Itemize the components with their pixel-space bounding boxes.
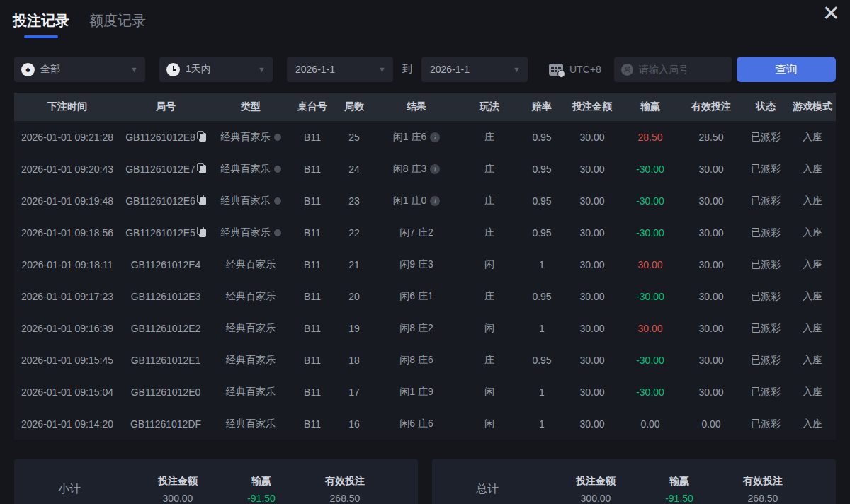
copy-icon[interactable] [199, 165, 206, 173]
cell-time: 2026-01-01 09:19:48 [14, 195, 120, 207]
timezone-label: UTC+8 [570, 64, 601, 75]
cell-table_no: B11 [290, 323, 334, 334]
game-type-dropdown[interactable]: ♠ 全部 ▼ [14, 57, 145, 82]
date-to-dropdown[interactable]: 2026-1-1 ▼ [421, 57, 528, 82]
date-from-dropdown[interactable]: 2026-1-1 ▼ [287, 57, 393, 82]
cell-odds: 0.95 [520, 291, 564, 302]
cell-time: 2026-01-01 09:20:43 [14, 164, 120, 175]
cell-mode: 入座 [789, 290, 836, 303]
top-tabs: 投注记录 额度记录 [0, 0, 850, 38]
cell-odds: 0.95 [520, 132, 564, 143]
cell-round_no: 23 [334, 195, 374, 207]
cell-valid_bet: 30.00 [680, 227, 742, 239]
cell-mode: 入座 [789, 163, 836, 176]
status-dot-icon [274, 134, 281, 141]
cell-round_no: 16 [334, 418, 374, 430]
cell-type: 经典百家乐 [211, 195, 290, 207]
round-number-input[interactable] [639, 64, 725, 75]
table-header-row: 下注时间局号类型桌台号局数结果玩法赔率投注金额输赢有效投注状态游戏模式 [14, 93, 836, 121]
chevron-down-icon: ▼ [378, 65, 386, 74]
cell-type: 经典百家乐 [211, 131, 290, 144]
total-winloss: 输赢 -91.50 [638, 475, 721, 504]
cell-valid_bet: 30.00 [680, 195, 742, 207]
status-dot-icon [274, 197, 281, 205]
copy-icon[interactable] [199, 197, 206, 205]
close-icon[interactable]: ✕ [822, 3, 840, 24]
cell-round_no: 20 [334, 291, 374, 302]
tab-quota-records-label: 额度记录 [89, 11, 146, 30]
table-row: 2026-01-01 09:20:43GB11261012E7经典百家乐B112… [14, 153, 836, 185]
cell-type: 经典百家乐 [211, 418, 290, 430]
total-bet: 投注金额 300.00 [554, 475, 638, 504]
cell-table_no: B11 [290, 386, 334, 398]
tab-bet-records[interactable]: 投注记录 [13, 11, 69, 38]
table-row: 2026-01-01 09:16:39GB11261012E2经典百家乐B111… [14, 312, 836, 344]
info-icon[interactable]: i [430, 196, 440, 206]
cell-result: 闲7 庄2 [374, 227, 459, 239]
subtotal-bet: 投注金额 300.00 [136, 475, 220, 504]
cell-table_no: B11 [290, 259, 334, 270]
subtotal-valid: 有效投注 268.50 [303, 475, 387, 504]
cell-bet: 30.00 [564, 323, 620, 334]
cell-play: 庄 [459, 195, 520, 207]
cell-valid_bet: 30.00 [680, 291, 742, 302]
cell-bet: 30.00 [564, 386, 620, 398]
cell-odds: 0.95 [520, 164, 564, 175]
table-row: 2026-01-01 09:17:23GB11261012E3经典百家乐B112… [14, 280, 836, 312]
cell-round_id: GB11261012E2 [120, 323, 211, 334]
cell-mode: 入座 [789, 131, 836, 144]
copy-icon[interactable] [199, 133, 206, 142]
column-header-10: 有效投注 [680, 101, 742, 113]
cell-odds: 1 [520, 418, 564, 430]
summary-bar: 小计 投注金额 300.00 输赢 -91.50 有效投注 268.50 总计 … [14, 459, 836, 504]
cell-time: 2026-01-01 09:18:11 [14, 259, 120, 270]
cell-winloss: -30.00 [620, 195, 680, 207]
cell-status: 已派彩 [742, 258, 789, 271]
cell-table_no: B11 [290, 195, 334, 207]
cell-status: 已派彩 [742, 195, 789, 207]
cell-round_id: GB11261012E3 [120, 291, 211, 302]
cell-round_id: GB11261012DF [120, 418, 211, 430]
cell-result: 闲1 庄6i [374, 131, 459, 144]
cell-round_id: GB11261012E0 [120, 386, 211, 398]
cell-winloss: 0.00 [620, 418, 680, 430]
cell-type: 经典百家乐 [211, 322, 290, 335]
cell-mode: 入座 [789, 258, 836, 271]
total-valid: 有效投注 268.50 [721, 475, 805, 504]
cell-result: 闲8 庄3i [374, 163, 459, 176]
cell-play: 闲 [459, 322, 520, 335]
info-icon[interactable]: i [430, 132, 440, 142]
column-header-5: 结果 [374, 101, 459, 113]
column-header-2: 类型 [211, 101, 290, 113]
cell-time: 2026-01-01 09:15:04 [14, 386, 120, 398]
cell-round_no: 25 [334, 132, 374, 143]
calendar-clock-icon[interactable] [549, 64, 563, 76]
chevron-down-icon: ▼ [258, 65, 266, 74]
cell-valid_bet: 30.00 [680, 355, 742, 366]
cell-status: 已派彩 [742, 322, 789, 335]
query-button[interactable]: 查询 [737, 57, 836, 82]
tab-quota-records[interactable]: 额度记录 [89, 11, 146, 38]
date-to-value: 2026-1-1 [430, 64, 470, 75]
round-number-field[interactable]: 局 [614, 57, 732, 82]
cell-odds: 1 [520, 259, 564, 270]
table-row: 2026-01-01 09:21:28GB11261012E8经典百家乐B112… [14, 121, 836, 153]
cell-round_id: GB11261012E8 [120, 132, 211, 143]
table-row: 2026-01-01 09:15:04GB11261012E0经典百家乐B111… [14, 376, 836, 408]
copy-icon[interactable] [199, 229, 206, 237]
cell-odds: 0.95 [520, 227, 564, 239]
cell-round_id: GB11261012E1 [120, 355, 211, 366]
time-range-dropdown[interactable]: 1天内 ▼ [159, 57, 273, 82]
table-row: 2026-01-01 09:18:56GB11261012E5经典百家乐B112… [14, 217, 836, 248]
cell-mode: 入座 [789, 354, 836, 367]
column-header-8: 投注金额 [564, 101, 620, 113]
cell-mode: 入座 [789, 386, 836, 399]
cell-winloss: -30.00 [620, 355, 680, 366]
cell-table_no: B11 [290, 164, 334, 175]
bet-records-table: 下注时间局号类型桌台号局数结果玩法赔率投注金额输赢有效投注状态游戏模式 2026… [14, 93, 836, 440]
spade-icon: ♠ [21, 63, 35, 76]
cell-play: 庄 [459, 163, 520, 176]
cell-type: 经典百家乐 [211, 354, 290, 367]
cell-type: 经典百家乐 [211, 386, 290, 399]
info-icon[interactable]: i [430, 164, 440, 174]
